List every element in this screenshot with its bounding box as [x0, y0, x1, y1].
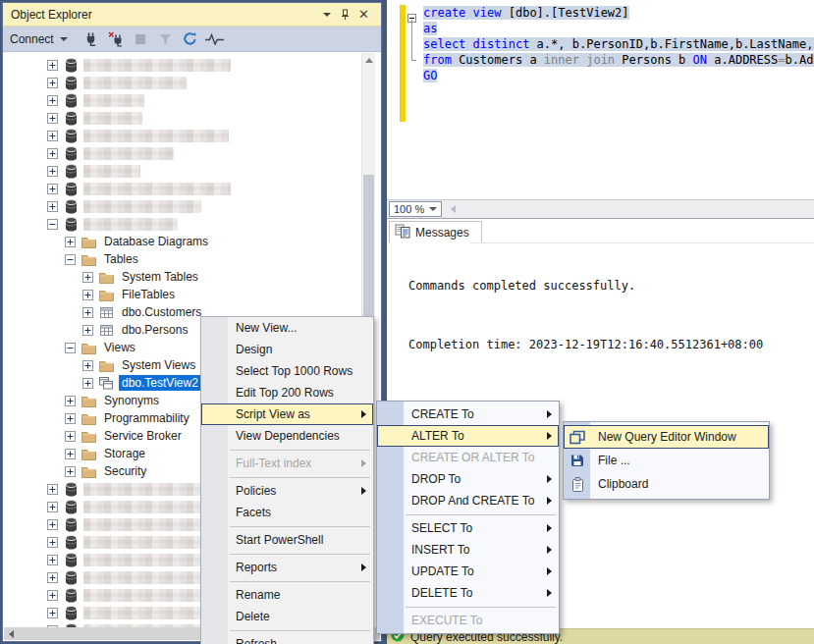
new-query-window-icon	[568, 428, 587, 446]
menu-item-label: Refresh	[236, 637, 277, 644]
expand-icon[interactable]	[47, 95, 58, 106]
menu-item-drop-to[interactable]: DROP To	[377, 468, 559, 490]
expand-icon[interactable]	[47, 148, 58, 159]
expand-icon[interactable]	[47, 502, 58, 512]
expand-icon[interactable]	[47, 555, 58, 565]
menu-item-new-view[interactable]: New View...	[201, 317, 373, 339]
menu-item-create-to[interactable]: CREATE To	[377, 403, 559, 425]
expand-icon[interactable]	[47, 166, 58, 177]
expand-icon[interactable]	[47, 78, 58, 88]
vertical-scroll-thumb[interactable]	[363, 175, 374, 328]
menu-item-clipboard[interactable]: Clipboard	[564, 472, 769, 496]
expand-icon[interactable]	[65, 413, 76, 424]
scroll-left-icon[interactable]	[9, 630, 14, 638]
tab-messages[interactable]: Messages	[389, 221, 482, 242]
menu-item-delete[interactable]: Delete	[201, 606, 373, 627]
menu-item-select-to[interactable]: SELECT To	[377, 517, 559, 539]
menu-item-drop-and-create-to[interactable]: DROP And CREATE To	[377, 490, 559, 511]
close-icon[interactable]: ✕	[354, 6, 373, 23]
tree-item-database[interactable]	[4, 127, 368, 144]
menu-item-insert-to[interactable]: INSERT To	[377, 539, 559, 561]
expand-icon[interactable]	[82, 325, 93, 336]
expand-icon[interactable]	[65, 396, 76, 406]
connect-button[interactable]: Connect	[10, 32, 68, 46]
expand-icon[interactable]	[47, 113, 58, 124]
submenu-arrow-icon	[547, 589, 552, 597]
tree-item-database[interactable]	[4, 162, 368, 180]
tree-item-filetables[interactable]: FileTables	[4, 286, 368, 303]
menu-item-new-query-editor-window[interactable]: New Query Editor Window	[564, 425, 769, 449]
code-token: from	[423, 53, 452, 67]
menu-item-facets[interactable]: Facets	[201, 502, 373, 523]
menu-item-update-to[interactable]: UPDATE To	[377, 561, 559, 582]
menu-item-refresh[interactable]: Refresh	[201, 633, 373, 644]
expand-icon[interactable]	[65, 431, 76, 442]
menu-item-select-top-1000-rows[interactable]: Select Top 1000 Rows	[201, 360, 373, 382]
expand-icon[interactable]	[47, 201, 58, 212]
menu-item-design[interactable]: Design	[201, 339, 373, 360]
expand-icon[interactable]	[65, 466, 76, 477]
collapse-icon[interactable]	[65, 343, 76, 353]
expand-icon[interactable]	[65, 237, 76, 247]
tree-item-tables[interactable]: Tables	[4, 250, 368, 268]
expand-icon[interactable]	[82, 307, 93, 318]
expand-icon[interactable]	[47, 537, 58, 548]
expand-icon[interactable]	[82, 272, 93, 283]
activity-monitor-icon[interactable]	[202, 28, 227, 50]
tree-item-database[interactable]	[4, 144, 368, 162]
collapse-icon[interactable]	[47, 219, 58, 230]
zoom-level-select[interactable]: 100 %	[389, 201, 442, 217]
tree-item-database[interactable]	[4, 215, 368, 233]
pin-icon[interactable]	[336, 6, 354, 23]
expand-icon[interactable]	[47, 519, 58, 530]
expand-icon[interactable]	[82, 378, 93, 389]
code-token: distinct	[473, 37, 530, 51]
tree-item-label: dbo.Customers	[119, 304, 204, 320]
menu-item-script-view-as[interactable]: Script View as	[201, 403, 373, 425]
folder-icon	[81, 251, 96, 267]
tree-item-database[interactable]	[4, 180, 368, 197]
window-position-icon[interactable]	[317, 6, 336, 23]
menu-item-label: EXECUTE To	[411, 614, 482, 627]
tree-item-database[interactable]	[4, 74, 368, 91]
submenu-arrow-icon	[547, 497, 552, 505]
collapse-icon[interactable]	[65, 254, 76, 265]
expand-icon[interactable]	[47, 184, 58, 194]
expand-icon[interactable]	[47, 572, 58, 583]
tree-item-database-diagrams[interactable]: Database Diagrams	[4, 233, 368, 250]
expand-icon[interactable]	[65, 449, 76, 459]
menu-item-label: Delete	[236, 610, 270, 623]
tree-item-database[interactable]	[4, 91, 368, 109]
expand-icon[interactable]	[47, 608, 58, 618]
expand-icon[interactable]	[47, 60, 58, 71]
menu-item-edit-top-200-rows[interactable]: Edit Top 200 Rows	[201, 382, 373, 403]
scroll-left-icon[interactable]	[451, 205, 456, 213]
menu-item-policies[interactable]: Policies	[201, 480, 373, 502]
menu-item-delete-to[interactable]: DELETE To	[377, 582, 559, 604]
database-icon	[63, 163, 79, 179]
expand-icon[interactable]	[82, 360, 93, 371]
menu-item-reports[interactable]: Reports	[201, 557, 373, 578]
menu-item-rename[interactable]: Rename	[201, 584, 373, 606]
menu-item-alter-to[interactable]: ALTER To	[377, 425, 559, 447]
sql-code-area[interactable]: create view [dbo].[TestView2]asselect di…	[423, 5, 814, 199]
menu-item-view-dependencies[interactable]: View Dependencies	[201, 425, 373, 447]
folder-icon	[81, 428, 96, 444]
refresh-icon[interactable]	[178, 28, 202, 50]
scroll-up-icon[interactable]	[362, 53, 375, 67]
expand-icon[interactable]	[82, 290, 93, 300]
tree-item-database[interactable]	[4, 109, 368, 127]
expand-icon[interactable]	[47, 484, 58, 495]
tree-item-database[interactable]	[4, 197, 368, 215]
expand-icon[interactable]	[47, 131, 58, 141]
code-fold-end-tick	[411, 60, 416, 61]
connect-plug-icon[interactable]	[80, 28, 104, 50]
expand-icon[interactable]	[47, 590, 58, 601]
tree-item-system-tables[interactable]: System Tables	[4, 268, 368, 286]
tree-item-database[interactable]	[4, 56, 368, 74]
disconnect-plug-icon[interactable]	[104, 28, 129, 50]
menu-item-start-powershell[interactable]: Start PowerShell	[201, 529, 373, 551]
menu-item-file[interactable]: File ...	[564, 449, 769, 472]
redacted-database-name	[83, 130, 229, 142]
code-token: a.ADDRESS	[707, 53, 778, 67]
